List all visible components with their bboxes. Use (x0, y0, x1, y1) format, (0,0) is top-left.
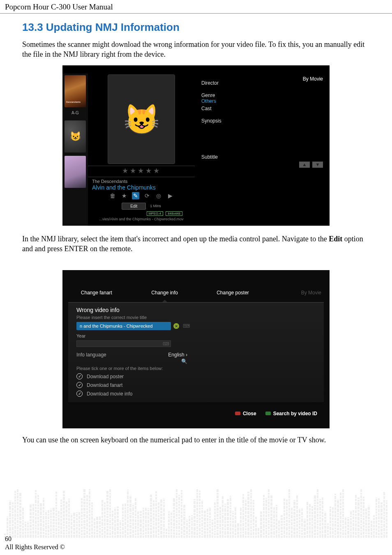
meta-cast: Cast (201, 106, 323, 111)
chipmunk-icon: 😺 (124, 102, 159, 136)
tab-change-fanart[interactable]: Change fanart (62, 287, 131, 298)
meta-genre-value: Others (201, 98, 323, 104)
chipmunk-icon: 😺 (70, 131, 81, 142)
tab-change-info[interactable]: Change info (131, 287, 199, 298)
file-path: ...vies/Alvin and the Chipmunks - Chipwr… (88, 217, 195, 221)
keyboard-icon[interactable]: ⌨ (183, 323, 190, 329)
tab-by-movie: By Movie (267, 287, 330, 298)
resolution-badge: 848x448 (166, 211, 182, 216)
previous-title: The Descendants (88, 178, 195, 184)
sidebar-thumb-next[interactable] (65, 156, 86, 188)
duration-label: 1 Mins (150, 204, 161, 208)
edit-icon[interactable]: ✎ (132, 192, 139, 199)
tab-change-poster[interactable]: Change poster (199, 287, 267, 298)
paragraph-1: Sometimes the scanner might download the… (22, 39, 370, 60)
sidebar-chip-ag[interactable]: A-G (65, 111, 86, 117)
info-language-value[interactable]: English › (168, 352, 187, 358)
meta-subtitle: Subtitle (201, 154, 323, 160)
selected-title: Alvin and the Chipmunks (88, 184, 195, 192)
sidebar-thumb-descendants[interactable]: Descendants (65, 75, 86, 107)
star-icon[interactable]: ★ (120, 192, 128, 199)
sort-by-movie[interactable]: By Movie (303, 76, 323, 82)
search-by-video-id-button[interactable]: Search by video ID (265, 409, 317, 417)
panel-subtitle-2: Please tick one or more of the items bel… (76, 366, 316, 371)
sidebar-thumb-alvin[interactable]: 😺 (65, 120, 86, 153)
paragraph-2: In the NMJ library, select the item that… (22, 234, 370, 254)
meta-genre: Genre (201, 92, 323, 98)
keyboard-icon: ⌨ (163, 341, 169, 347)
meta-synopsis: Synopsis (201, 118, 323, 124)
page-header: Popcorn Hour C-300 User Manual (0, 0, 392, 14)
checkbox-poster-label: Download poster (87, 374, 124, 379)
footer-skyline-decoration (0, 480, 392, 538)
codec-badge: MPEG-4 (147, 211, 164, 216)
clear-icon[interactable]: ✕ (173, 323, 179, 329)
rating-stars: ★★★★★ (88, 166, 195, 175)
play-icon[interactable]: ▶ (166, 192, 174, 199)
info-language-label: Info language (76, 352, 106, 358)
checkbox-movieinfo[interactable]: ✓ (76, 391, 83, 397)
checkbox-fanart-label: Download fanart (87, 382, 122, 388)
search-icon[interactable]: 🔍 (76, 358, 187, 364)
nav-up-button[interactable]: ▲ (299, 162, 310, 168)
nmj-library-screenshot: Descendants A-G 😺 😺 ★★★★★ The Descendant… (62, 65, 330, 226)
change-info-screenshot: Change fanart Change info Change poster … (62, 270, 330, 428)
section-heading: 13.3 Updating NMJ Information (22, 21, 370, 34)
edit-button[interactable]: Edit (122, 203, 146, 210)
panel-title: Wrong video info (76, 307, 316, 313)
sidebar-thumbnails: Descendants A-G 😺 (62, 74, 88, 226)
close-button[interactable]: Close (235, 409, 256, 417)
copyright: All Rights Reserved © (5, 543, 65, 551)
panel-subtitle-1: Please insert the correct movie title (76, 315, 316, 320)
nav-down-button[interactable]: ▼ (312, 162, 323, 168)
page-number: 60 (5, 535, 12, 543)
poster-preview: 😺 (108, 74, 175, 164)
year-input[interactable]: ⌨ (76, 340, 171, 347)
trash-icon[interactable]: 🗑 (109, 192, 116, 199)
disc-icon[interactable]: ◎ (155, 192, 162, 199)
checkbox-poster[interactable]: ✓ (76, 373, 83, 379)
refresh-icon[interactable]: ⟳ (143, 192, 151, 199)
paragraph-3: You can use the on screen keyboard on th… (22, 435, 370, 445)
year-label: Year (76, 333, 316, 338)
checkbox-movieinfo-label: Download movie info (87, 391, 132, 397)
checkbox-fanart[interactable]: ✓ (76, 382, 83, 388)
movie-title-input[interactable]: n and the Chipmunks - Chipwrecked (76, 322, 171, 330)
